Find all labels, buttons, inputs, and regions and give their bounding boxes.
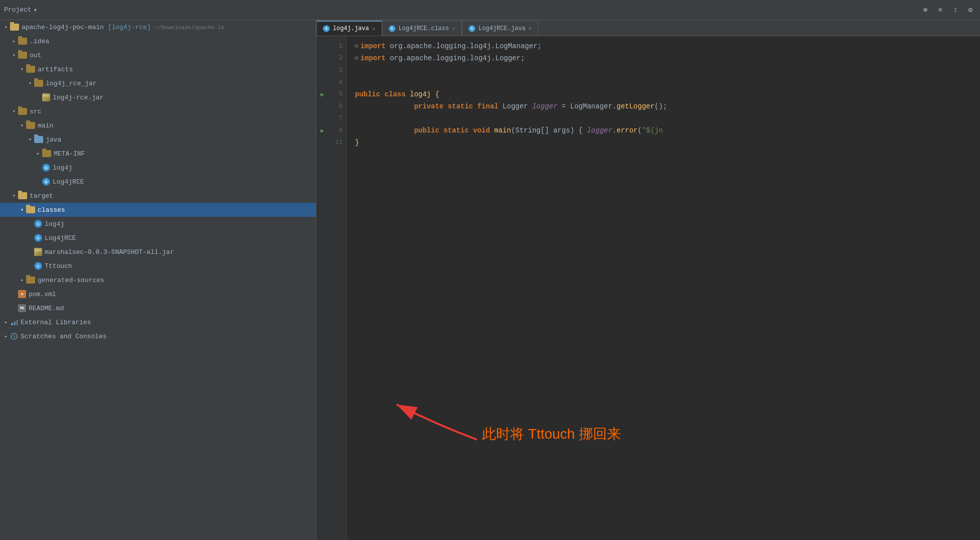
log4j-java-label: log4j bbox=[53, 164, 72, 172]
tree-root[interactable]: apache-log4j-poc-main [log4j-rce] ~/Down… bbox=[0, 20, 316, 34]
src-label: src bbox=[30, 108, 41, 115]
tree-item-log4j-rce-jar-folder[interactable]: log4j_rce_jar bbox=[0, 76, 316, 90]
tree-item-java[interactable]: java bbox=[0, 132, 316, 147]
tree-item-log4j-class[interactable]: G log4j bbox=[0, 217, 316, 231]
classes-arrow bbox=[18, 206, 26, 214]
target-arrow bbox=[10, 192, 18, 200]
project-selector[interactable]: Project ▾ bbox=[4, 6, 37, 14]
log4jrce-java-icon: G bbox=[42, 178, 50, 186]
code-area-wrapper: ▶ ▶ 1 2 3 4 5 6 7 8 11 ⊟ bbox=[316, 36, 980, 540]
tttouch-class-icon: G bbox=[34, 262, 42, 270]
gutter-cell-6 bbox=[316, 100, 328, 112]
code-line-2: ⊟ import org.apache.logging.log4j.Logger… bbox=[355, 52, 980, 64]
root-label: apache-log4j-poc-main [log4j-rce] ~/Down… bbox=[22, 24, 224, 31]
tree-item-out[interactable]: out bbox=[0, 48, 316, 62]
tree-item-pom-xml[interactable]: m pom.xml bbox=[0, 287, 316, 301]
tab-log4jrce-class-label: Log4jRCE.class bbox=[399, 25, 449, 32]
svg-rect-0 bbox=[11, 323, 13, 325]
main-folder-icon bbox=[26, 122, 35, 129]
tree-item-external-libs[interactable]: External Libraries bbox=[0, 315, 316, 329]
tree-item-scratches[interactable]: Scratches and Consoles bbox=[0, 329, 316, 343]
generated-sources-folder-icon bbox=[26, 277, 35, 284]
toolbar-icon-2[interactable]: ≡ bbox=[935, 5, 946, 16]
tree-item-idea[interactable]: .idea bbox=[0, 34, 316, 48]
log4j-rce-jar-folder-arrow bbox=[26, 79, 34, 87]
java-label: java bbox=[46, 136, 61, 144]
toolbar-icon-4[interactable]: ⚙ bbox=[965, 5, 976, 16]
generated-sources-arrow bbox=[18, 276, 26, 284]
project-label: Project bbox=[4, 6, 32, 14]
tab-log4jrce-java[interactable]: G Log4jRCE.java ✕ bbox=[462, 21, 538, 36]
tree-item-main[interactable]: main bbox=[0, 118, 316, 132]
log4jrce-class-icon: G bbox=[34, 234, 42, 242]
tab-log4j-java-close[interactable]: ✕ bbox=[372, 26, 376, 32]
artifacts-arrow bbox=[18, 65, 26, 73]
tab-log4jrce-java-label: Log4jRCE.java bbox=[478, 25, 526, 32]
java-arrow bbox=[26, 136, 34, 144]
tab-log4jrce-class-icon: G bbox=[389, 25, 396, 32]
out-label: out bbox=[30, 52, 41, 59]
line-num-7: 7 bbox=[328, 112, 346, 124]
external-libs-icon bbox=[10, 318, 18, 326]
log4j-class-label: log4j bbox=[45, 220, 64, 228]
gutter-cell-8[interactable]: ▶ bbox=[316, 124, 328, 137]
tab-log4jrce-java-close[interactable]: ✕ bbox=[529, 25, 532, 32]
tree-item-marshalsec-jar[interactable]: marshalsec-0.0.3-SNAPSHOT-all.jar bbox=[0, 245, 316, 259]
pom-xml-label: pom.xml bbox=[29, 291, 56, 298]
gutter-cell-4 bbox=[316, 76, 328, 88]
code-line-5: public class log4j { bbox=[355, 88, 980, 100]
svg-rect-1 bbox=[14, 322, 16, 325]
classes-label: classes bbox=[38, 206, 65, 214]
tree-item-tttouch[interactable]: G Tttouch bbox=[0, 259, 316, 273]
log4j-rce-jar-folder-icon bbox=[34, 80, 43, 87]
tree-item-src[interactable]: src bbox=[0, 104, 316, 118]
scratches-arrow bbox=[2, 332, 10, 340]
pom-xml-icon: m bbox=[18, 290, 26, 298]
gutter-cell-5[interactable]: ▶ bbox=[316, 88, 328, 100]
gutter-cell-3 bbox=[316, 64, 328, 76]
log4jrce-java-label: Log4jRCE bbox=[53, 178, 84, 186]
line-num-5: 5 bbox=[328, 88, 346, 100]
gutter-cell-1 bbox=[316, 40, 328, 52]
tree-item-generated-sources[interactable]: generated-sources bbox=[0, 273, 316, 287]
src-folder-icon bbox=[18, 108, 27, 115]
toolbar-icon-1[interactable]: ⊕ bbox=[920, 5, 931, 16]
tree-item-readme-md[interactable]: MD README.md bbox=[0, 301, 316, 315]
gutter-col: ▶ ▶ bbox=[316, 36, 328, 540]
meta-inf-label: META-INF bbox=[54, 150, 85, 158]
tree-item-target[interactable]: target bbox=[0, 189, 316, 203]
marshalsec-jar-label: marshalsec-0.0.3-SNAPSHOT-all.jar bbox=[45, 248, 174, 256]
main-arrow bbox=[18, 121, 26, 129]
meta-inf-arrow bbox=[34, 150, 42, 158]
tab-log4j-java-icon: G bbox=[323, 25, 330, 32]
tab-log4jrce-class-close[interactable]: ✕ bbox=[452, 25, 455, 32]
tree-item-log4jrce-class[interactable]: G Log4jRCE bbox=[0, 231, 316, 245]
main-area: apache-log4j-poc-main [log4j-rce] ~/Down… bbox=[0, 20, 980, 540]
code-editor[interactable]: ⊟ import org.apache.logging.log4j.LogMan… bbox=[347, 36, 980, 540]
scratches-label: Scratches and Consoles bbox=[21, 333, 107, 340]
chevron-down-icon: ▾ bbox=[34, 6, 38, 14]
code-line-6: private static final Logger logger = Log… bbox=[355, 100, 980, 112]
line-num-11: 11 bbox=[328, 137, 346, 149]
line-num-6: 6 bbox=[328, 100, 346, 112]
tree-item-log4j-rce-jar[interactable]: log4j-rce.jar bbox=[0, 90, 316, 104]
tree-item-log4j-java[interactable]: G log4j bbox=[0, 161, 316, 175]
editor-area: G log4j.java ✕ G Log4jRCE.class ✕ G Log4… bbox=[316, 20, 980, 540]
tab-log4j-java[interactable]: G log4j.java ✕ bbox=[316, 21, 382, 36]
tree-item-classes[interactable]: classes bbox=[0, 203, 316, 217]
code-line-4 bbox=[355, 76, 980, 88]
jar-label: log4j-rce.jar bbox=[53, 94, 103, 101]
artifacts-label: artifacts bbox=[38, 66, 73, 73]
toolbar-icon-3[interactable]: ↕ bbox=[950, 5, 961, 16]
tab-log4jrce-class[interactable]: G Log4jRCE.class ✕ bbox=[382, 21, 462, 36]
tree-item-artifacts[interactable]: artifacts bbox=[0, 62, 316, 76]
meta-inf-folder-icon bbox=[42, 150, 51, 157]
toolbar-icons: ⊕ ≡ ↕ ⚙ bbox=[920, 5, 976, 16]
tree-item-meta-inf[interactable]: META-INF bbox=[0, 147, 316, 161]
target-folder-icon bbox=[18, 192, 27, 199]
line-num-4: 4 bbox=[328, 76, 346, 88]
tree-item-log4jrce-java[interactable]: G Log4jRCE bbox=[0, 175, 316, 189]
idea-folder-icon bbox=[18, 38, 27, 45]
code-line-1: ⊟ import org.apache.logging.log4j.LogMan… bbox=[355, 40, 980, 52]
jar-file-icon bbox=[42, 93, 50, 101]
